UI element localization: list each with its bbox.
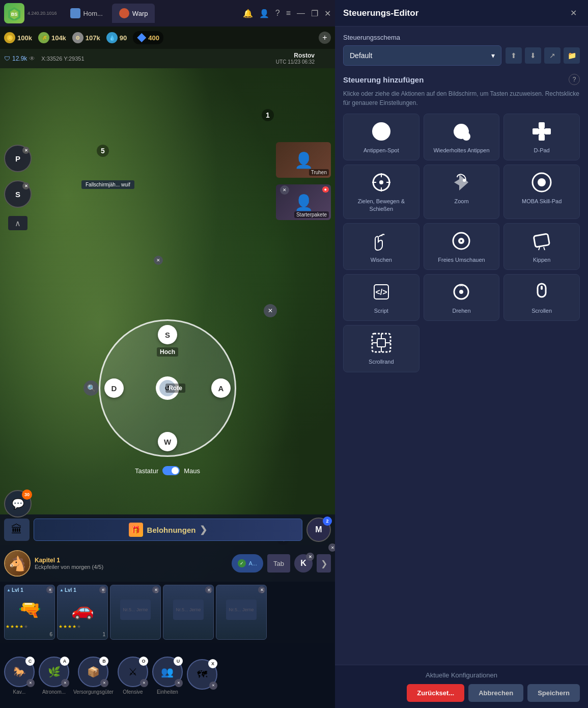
unit-bg-5: Nr.5... Jerne: [216, 595, 266, 624]
unit-card-1-close[interactable]: ✕: [46, 586, 53, 593]
cancel-button[interactable]: Abbrechen: [468, 684, 523, 702]
key-a[interactable]: A: [211, 378, 231, 398]
save-button[interactable]: Speichern: [527, 684, 580, 702]
add-header: Steuerung hinzufügen ?: [343, 74, 580, 85]
folder-icon-btn[interactable]: 📁: [564, 47, 580, 64]
building-button[interactable]: 🏛: [4, 519, 30, 541]
control-antippen-spot[interactable]: Antippen-Spot: [343, 114, 419, 160]
unit-card-3[interactable]: ✕ 3 Nr.5... Jerne: [110, 585, 161, 640]
download-icon-btn[interactable]: ⬇: [525, 47, 541, 64]
oil-resource[interactable]: 💧 90: [106, 32, 127, 43]
control-free-look[interactable]: Freies Umschauen: [424, 223, 500, 270]
close-x[interactable]: ✕: [209, 682, 217, 690]
close-wasd-button[interactable]: ✕: [264, 304, 277, 317]
share-icon-btn[interactable]: ↗: [544, 47, 561, 64]
bell-icon[interactable]: 🔔: [243, 9, 253, 18]
reset-button[interactable]: Zurückset...: [407, 684, 464, 702]
user-icon[interactable]: 👤: [259, 9, 269, 18]
close-window-icon[interactable]: ✕: [324, 9, 331, 18]
collapse-button[interactable]: ∧: [8, 216, 27, 230]
unit-card-3-close[interactable]: ✕: [152, 586, 159, 593]
schema-row: Default ▾ ⬆ ⬇ ↗ 📁: [343, 45, 580, 66]
magnify-button[interactable]: 🔍: [83, 380, 99, 396]
close-b[interactable]: ✕: [100, 679, 108, 687]
schema-dropdown[interactable]: Default ▾: [343, 45, 501, 66]
notification-box-1[interactable]: 👤 Truhen: [276, 142, 331, 178]
unit-card-4[interactable]: ✕ 4 Nr.5... Jerne: [163, 585, 214, 640]
unit-card-2-close[interactable]: ✕: [99, 586, 106, 593]
close-u[interactable]: ✕: [175, 679, 183, 687]
tab-warp[interactable]: Warp: [112, 4, 155, 23]
rewards-button[interactable]: 🎁 Belohnungen ❯: [34, 519, 302, 541]
iron-resource[interactable]: ⚙ 107k: [72, 32, 100, 43]
add-resource-button[interactable]: +: [319, 32, 331, 44]
close-overlay-1[interactable]: ✕: [280, 185, 289, 195]
control-tilt[interactable]: Kippen: [503, 223, 580, 270]
control-crosshair[interactable]: Zielen, Bewegen & Schießen: [343, 165, 419, 219]
control-dpad[interactable]: D-Pad: [503, 114, 580, 160]
svg-point-14: [463, 179, 466, 182]
shortcut-p-button[interactable]: P ✕: [4, 145, 32, 172]
close-p-dot[interactable]: ✕: [22, 147, 30, 154]
shortcut-s-button[interactable]: S ✕: [4, 180, 32, 208]
action-label-b: Versorgungsgüter: [73, 689, 114, 695]
close-a[interactable]: ✕: [61, 679, 69, 687]
control-repeated-tap[interactable]: Wiederholtes Antippen: [424, 114, 500, 160]
help-icon[interactable]: ?: [275, 9, 280, 18]
oil-icon: 💧: [106, 32, 118, 43]
control-moba[interactable]: MOBA Skill-Pad: [503, 165, 580, 219]
keyboard-toggle-switch[interactable]: [162, 466, 180, 475]
action-u[interactable]: 👥 U ✕ Einheiten: [152, 657, 183, 695]
control-script[interactable]: </> Script: [343, 274, 419, 321]
unit-card-2[interactable]: ✕ ▲Lvl 1 2 🚗 ★★★★★ 1: [57, 585, 108, 640]
unit-card-4-close[interactable]: ✕: [205, 586, 212, 593]
key-d[interactable]: D: [104, 378, 124, 398]
action-a[interactable]: 🌿 A ✕ Atronom...: [39, 657, 69, 695]
controls-grid: Antippen-Spot Wiederholtes Antippen: [343, 114, 580, 372]
key-a2: A: [60, 657, 69, 666]
unit-card-5[interactable]: ✕ 5 Nr.5... Jerne: [216, 585, 267, 640]
mission-action-button[interactable]: ✓ A... ✕: [232, 554, 264, 573]
gold-icon: 🪙: [4, 32, 15, 43]
tab-button[interactable]: Tab: [267, 554, 290, 573]
svg-rect-27: [538, 284, 546, 297]
close-o[interactable]: ✕: [140, 679, 148, 687]
k-button[interactable]: K ✕: [294, 554, 313, 573]
close-c[interactable]: ✕: [26, 679, 35, 687]
control-scrollborder[interactable]: Scrollrand: [343, 325, 419, 372]
mission-close[interactable]: ✕: [328, 543, 335, 552]
svg-line-21: [539, 247, 540, 250]
editor-close-button[interactable]: ✕: [567, 7, 580, 20]
special-resource[interactable]: 400: [133, 31, 163, 44]
svg-point-9: [379, 180, 383, 184]
control-zoom[interactable]: Zoom: [424, 165, 500, 219]
k-close[interactable]: ✕: [306, 553, 314, 561]
action-x[interactable]: 🗺 X ✕: [187, 659, 217, 692]
food-resource[interactable]: 🌾 104k: [38, 32, 66, 43]
tab-home[interactable]: Hom...: [63, 4, 110, 23]
action-c[interactable]: 🐎 C ✕ Kav...: [4, 657, 35, 695]
action-o[interactable]: ⚔ O ✕ Ofensive: [118, 657, 148, 695]
expand-button[interactable]: ❯: [317, 554, 331, 573]
chat-button[interactable]: 💬 30: [4, 490, 32, 518]
key-s[interactable]: S: [158, 325, 177, 344]
minimize-icon[interactable]: —: [297, 9, 305, 18]
unit-card-1[interactable]: ✕ ▲Lvl 1 1 🔫 ★★★★★ 6: [4, 585, 55, 640]
unit-card-5-close[interactable]: ✕: [258, 586, 265, 593]
action-b[interactable]: 📦 B ✕ Versorgungsgüter: [73, 657, 114, 695]
food-icon: 🌾: [38, 32, 49, 43]
help-circle-button[interactable]: ?: [569, 74, 580, 85]
menu-icon[interactable]: ≡: [286, 9, 291, 18]
gold-resource[interactable]: 🪙 100k: [4, 32, 32, 43]
control-scroll[interactable]: Scrollen: [503, 274, 580, 321]
m-button[interactable]: M 2: [306, 518, 331, 542]
close-mini-1[interactable]: ✕: [154, 256, 163, 265]
unit-count-2: 1: [102, 632, 105, 637]
close-s-dot[interactable]: ✕: [22, 182, 30, 189]
control-swipe[interactable]: Wischen: [343, 223, 419, 270]
maximize-icon[interactable]: ❐: [311, 9, 318, 18]
control-rotate[interactable]: Drehen: [424, 274, 500, 321]
action-circle-c: 🐎 C ✕: [4, 657, 35, 687]
key-w[interactable]: W: [158, 432, 177, 451]
upload-icon-btn[interactable]: ⬆: [506, 47, 522, 64]
